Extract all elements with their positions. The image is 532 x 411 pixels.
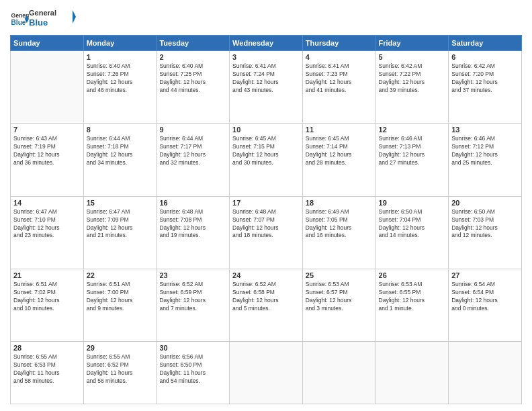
day-number: 10 (232, 126, 300, 134)
week-row: 14Sunrise: 6:47 AMSunset: 7:10 PMDayligh… (11, 196, 522, 269)
table-cell: 17Sunrise: 6:48 AMSunset: 7:07 PMDayligh… (230, 196, 303, 269)
day-number: 5 (379, 53, 446, 61)
day-info: Sunrise: 6:44 AMSunset: 7:17 PMDaylight:… (159, 135, 226, 167)
table-cell: 14Sunrise: 6:47 AMSunset: 7:10 PMDayligh… (11, 196, 84, 269)
table-cell: 5Sunrise: 6:42 AMSunset: 7:22 PMDaylight… (375, 51, 449, 124)
day-number: 8 (87, 126, 154, 134)
day-info: Sunrise: 6:53 AMSunset: 6:57 PMDaylight:… (306, 281, 373, 313)
table-cell: 21Sunrise: 6:51 AMSunset: 7:02 PMDayligh… (11, 269, 84, 342)
day-number: 24 (232, 271, 300, 279)
day-info: Sunrise: 6:47 AMSunset: 7:09 PMDaylight:… (87, 208, 154, 240)
day-info: Sunrise: 6:43 AMSunset: 7:19 PMDaylight:… (13, 135, 81, 167)
week-row: 21Sunrise: 6:51 AMSunset: 7:02 PMDayligh… (11, 269, 522, 342)
table-cell: 16Sunrise: 6:48 AMSunset: 7:08 PMDayligh… (157, 196, 230, 269)
page: General Blue General Blue Sunday Monday … (0, 0, 532, 411)
table-cell: 20Sunrise: 6:50 AMSunset: 7:03 PMDayligh… (449, 196, 522, 269)
table-cell: 25Sunrise: 6:53 AMSunset: 6:57 PMDayligh… (302, 269, 375, 342)
table-cell: 11Sunrise: 6:45 AMSunset: 7:14 PMDayligh… (302, 124, 375, 196)
day-number: 2 (159, 53, 226, 61)
day-info: Sunrise: 6:47 AMSunset: 7:10 PMDaylight:… (13, 208, 81, 240)
day-number: 28 (13, 344, 81, 352)
day-number: 17 (232, 199, 300, 207)
table-cell (11, 51, 84, 124)
col-saturday: Saturday (449, 36, 522, 51)
col-tuesday: Tuesday (157, 36, 230, 51)
col-friday: Friday (375, 36, 449, 51)
day-number: 13 (451, 126, 519, 134)
day-number: 22 (87, 271, 154, 279)
table-cell: 9Sunrise: 6:44 AMSunset: 7:17 PMDaylight… (157, 124, 230, 196)
day-info: Sunrise: 6:48 AMSunset: 7:07 PMDaylight:… (232, 208, 300, 240)
day-info: Sunrise: 6:45 AMSunset: 7:15 PMDaylight:… (232, 135, 300, 167)
table-cell: 24Sunrise: 6:52 AMSunset: 6:58 PMDayligh… (230, 269, 303, 342)
table-cell (230, 342, 303, 404)
day-number: 21 (13, 271, 81, 279)
week-row: 7Sunrise: 6:43 AMSunset: 7:19 PMDaylight… (11, 124, 522, 196)
day-number: 6 (451, 53, 519, 61)
day-info: Sunrise: 6:51 AMSunset: 7:02 PMDaylight:… (13, 281, 81, 313)
day-info: Sunrise: 6:48 AMSunset: 7:08 PMDaylight:… (159, 208, 226, 240)
week-row: 1Sunrise: 6:40 AMSunset: 7:26 PMDaylight… (11, 51, 522, 124)
day-number: 9 (159, 126, 226, 134)
day-number: 23 (159, 271, 226, 279)
day-info: Sunrise: 6:42 AMSunset: 7:22 PMDaylight:… (379, 62, 446, 95)
table-cell: 23Sunrise: 6:52 AMSunset: 6:59 PMDayligh… (157, 269, 230, 342)
day-info: Sunrise: 6:50 AMSunset: 7:04 PMDaylight:… (379, 208, 446, 240)
day-info: Sunrise: 6:42 AMSunset: 7:20 PMDaylight:… (451, 62, 519, 95)
calendar-table: Sunday Monday Tuesday Wednesday Thursday… (10, 35, 522, 404)
table-cell: 27Sunrise: 6:54 AMSunset: 6:54 PMDayligh… (449, 269, 522, 342)
day-info: Sunrise: 6:54 AMSunset: 6:54 PMDaylight:… (451, 281, 519, 313)
col-thursday: Thursday (302, 36, 375, 51)
day-info: Sunrise: 6:46 AMSunset: 7:12 PMDaylight:… (451, 135, 519, 167)
svg-text:Blue: Blue (29, 17, 48, 28)
day-number: 25 (306, 271, 373, 279)
col-monday: Monday (83, 36, 157, 51)
day-info: Sunrise: 6:40 AMSunset: 7:26 PMDaylight:… (87, 62, 154, 95)
day-info: Sunrise: 6:49 AMSunset: 7:05 PMDaylight:… (306, 208, 373, 240)
table-cell: 28Sunrise: 6:55 AMSunset: 6:53 PMDayligh… (11, 342, 84, 404)
day-number: 1 (87, 53, 154, 61)
table-cell: 26Sunrise: 6:53 AMSunset: 6:55 PMDayligh… (375, 269, 449, 342)
day-info: Sunrise: 6:55 AMSunset: 6:52 PMDaylight:… (87, 353, 154, 385)
day-number: 4 (306, 53, 373, 61)
day-info: Sunrise: 6:44 AMSunset: 7:18 PMDaylight:… (87, 135, 154, 167)
day-number: 29 (87, 344, 154, 352)
table-cell: 22Sunrise: 6:51 AMSunset: 7:00 PMDayligh… (83, 269, 157, 342)
table-cell (375, 342, 449, 404)
day-number: 11 (306, 126, 373, 134)
day-number: 16 (159, 199, 226, 207)
day-info: Sunrise: 6:53 AMSunset: 6:55 PMDaylight:… (379, 281, 446, 313)
day-info: Sunrise: 6:41 AMSunset: 7:24 PMDaylight:… (232, 62, 300, 95)
svg-marker-5 (73, 10, 76, 24)
day-number: 30 (159, 344, 226, 352)
table-cell: 30Sunrise: 6:56 AMSunset: 6:50 PMDayligh… (157, 342, 230, 404)
table-cell: 6Sunrise: 6:42 AMSunset: 7:20 PMDaylight… (449, 51, 522, 124)
col-sunday: Sunday (11, 36, 84, 51)
table-cell: 1Sunrise: 6:40 AMSunset: 7:26 PMDaylight… (83, 51, 157, 124)
svg-text:General: General (29, 9, 56, 17)
table-cell: 13Sunrise: 6:46 AMSunset: 7:12 PMDayligh… (449, 124, 522, 196)
table-cell (449, 342, 522, 404)
table-cell: 3Sunrise: 6:41 AMSunset: 7:24 PMDaylight… (230, 51, 303, 124)
day-info: Sunrise: 6:52 AMSunset: 6:59 PMDaylight:… (159, 281, 226, 313)
table-cell: 29Sunrise: 6:55 AMSunset: 6:52 PMDayligh… (83, 342, 157, 404)
table-cell (302, 342, 375, 404)
day-number: 26 (379, 271, 446, 279)
table-cell: 15Sunrise: 6:47 AMSunset: 7:09 PMDayligh… (83, 196, 157, 269)
table-cell: 4Sunrise: 6:41 AMSunset: 7:23 PMDaylight… (302, 51, 375, 124)
day-info: Sunrise: 6:40 AMSunset: 7:25 PMDaylight:… (159, 62, 226, 95)
logo-svg: General Blue (29, 7, 76, 28)
day-number: 19 (379, 199, 446, 207)
day-number: 3 (232, 53, 300, 61)
day-info: Sunrise: 6:41 AMSunset: 7:23 PMDaylight:… (306, 62, 373, 95)
table-cell: 19Sunrise: 6:50 AMSunset: 7:04 PMDayligh… (375, 196, 449, 269)
header-row: Sunday Monday Tuesday Wednesday Thursday… (11, 36, 522, 51)
day-info: Sunrise: 6:46 AMSunset: 7:13 PMDaylight:… (379, 135, 446, 167)
day-number: 15 (87, 199, 154, 207)
day-info: Sunrise: 6:51 AMSunset: 7:00 PMDaylight:… (87, 281, 154, 313)
week-row: 28Sunrise: 6:55 AMSunset: 6:53 PMDayligh… (11, 342, 522, 404)
day-info: Sunrise: 6:56 AMSunset: 6:50 PMDaylight:… (159, 353, 226, 385)
header: General Blue General Blue (10, 7, 522, 31)
table-cell: 12Sunrise: 6:46 AMSunset: 7:13 PMDayligh… (375, 124, 449, 196)
day-info: Sunrise: 6:52 AMSunset: 6:58 PMDaylight:… (232, 281, 300, 313)
